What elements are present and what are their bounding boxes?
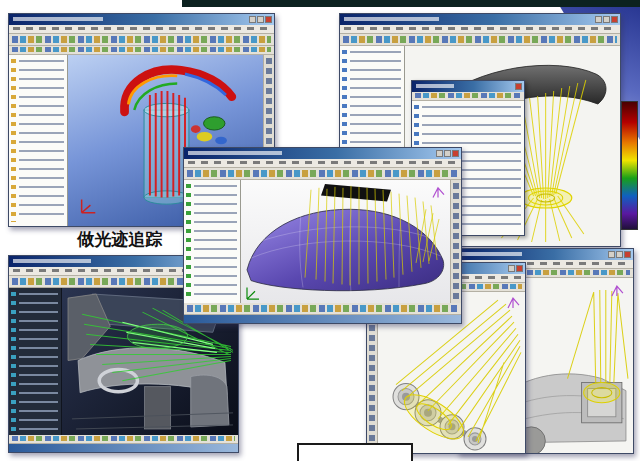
- maximize-icon[interactable]: [508, 265, 515, 272]
- minimize-icon[interactable]: [608, 251, 615, 258]
- maximize-icon[interactable]: [444, 150, 451, 157]
- status-bar: [9, 444, 238, 452]
- bottom-placeholder-box: [297, 443, 413, 461]
- axis-triad-icon: [247, 287, 259, 299]
- minimize-icon[interactable]: [436, 150, 443, 157]
- cad-window-car-body[interactable]: [183, 147, 462, 324]
- menu-bar[interactable]: [184, 159, 461, 168]
- toolbar[interactable]: [9, 34, 274, 46]
- title-bar[interactable]: [458, 249, 633, 260]
- menu-bar[interactable]: [9, 25, 274, 34]
- window-controls[interactable]: [608, 251, 631, 258]
- bottom-toolbar[interactable]: [184, 303, 461, 315]
- bottom-toolbar[interactable]: [9, 435, 238, 444]
- window-controls[interactable]: [249, 16, 272, 23]
- axis-triad-icon: [82, 199, 96, 212]
- toolbar[interactable]: [340, 34, 620, 46]
- spec-tree-panel[interactable]: [9, 288, 62, 435]
- maximize-icon[interactable]: [616, 251, 623, 258]
- title-bar[interactable]: [340, 14, 620, 25]
- title-bar[interactable]: [9, 14, 274, 25]
- minimize-icon[interactable]: [249, 16, 256, 23]
- maximize-icon[interactable]: [257, 16, 264, 23]
- color-scale-bar: [621, 101, 638, 230]
- window-controls[interactable]: [436, 150, 459, 157]
- compass-icon: [612, 286, 623, 296]
- slide-top-bar: [182, 0, 640, 7]
- compass-icon: [508, 298, 519, 308]
- close-icon[interactable]: [611, 16, 618, 23]
- window-controls[interactable]: [515, 83, 522, 90]
- close-icon[interactable]: [452, 150, 459, 157]
- maximize-icon[interactable]: [603, 16, 610, 23]
- close-icon[interactable]: [515, 83, 522, 90]
- compass-icon: [433, 188, 444, 198]
- close-icon[interactable]: [624, 251, 631, 258]
- toolbar[interactable]: [412, 92, 524, 101]
- minimize-icon[interactable]: [595, 16, 602, 23]
- close-icon[interactable]: [265, 16, 272, 23]
- toolbar-secondary[interactable]: [9, 46, 274, 55]
- status-bar: [184, 315, 461, 323]
- title-bar[interactable]: [412, 81, 524, 92]
- window-controls[interactable]: [508, 265, 523, 272]
- feature-tree-panel[interactable]: [9, 55, 68, 226]
- close-icon[interactable]: [516, 265, 523, 272]
- side-toolbar[interactable]: [450, 180, 461, 303]
- title-bar[interactable]: [184, 148, 461, 159]
- toolbar[interactable]: [184, 168, 461, 180]
- window-controls[interactable]: [595, 16, 618, 23]
- spec-tree-panel[interactable]: [184, 180, 241, 303]
- menu-bar[interactable]: [340, 25, 620, 34]
- viewport-3d[interactable]: [241, 180, 450, 303]
